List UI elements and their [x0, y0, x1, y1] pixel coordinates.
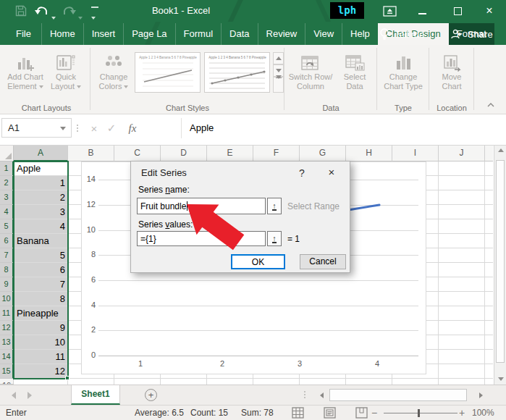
cell-a8[interactable]: 6	[14, 263, 68, 277]
cell-a6[interactable]: Banana	[14, 234, 68, 248]
row-header-1[interactable]: 1	[0, 161, 14, 176]
ribbon-display-options-icon[interactable]	[382, 4, 397, 17]
ok-button[interactable]: OK	[231, 254, 285, 269]
tab-tell-me[interactable]: Tell me	[379, 23, 424, 45]
row-header-10[interactable]: 10	[0, 292, 14, 306]
row-header-16[interactable]: 16	[0, 379, 14, 385]
gallery-up-icon[interactable]	[273, 52, 284, 64]
sheet-nav-next-icon[interactable]	[28, 392, 32, 399]
maximize-button[interactable]	[450, 4, 465, 17]
cancel-button[interactable]: Cancel	[300, 254, 346, 269]
column-header-b[interactable]: B	[68, 146, 114, 161]
cell-a3[interactable]: 2	[14, 190, 68, 205]
switch-row-column-button[interactable]: Switch Row/ Column	[287, 48, 334, 109]
scroll-right-icon[interactable]	[475, 390, 486, 401]
cell-a2[interactable]: 1	[14, 176, 68, 190]
column-header-d[interactable]: D	[161, 146, 207, 161]
formula-bar-resize-handle[interactable]	[77, 125, 78, 132]
row-header-12[interactable]: 12	[0, 321, 14, 335]
share-button[interactable]: Share	[450, 23, 493, 45]
row-header-11[interactable]: 11	[0, 306, 14, 321]
sheet-tab-sheet1[interactable]: Sheet1	[71, 385, 120, 405]
change-colors-button[interactable]: Change Colors	[94, 48, 133, 109]
chart-style-thumbnail-1[interactable]: Apple 1 2 3 4 Banana 5 6 7 8 Pineapple	[135, 52, 201, 93]
chart-style-thumbnail-2[interactable]: Apple 1 2 3 4 Banana 5 6 7 8 Pineapple	[204, 52, 270, 93]
confirm-entry-icon[interactable]: ✓	[104, 120, 119, 136]
row-header-7[interactable]: 7	[0, 248, 14, 263]
column-header-h[interactable]: H	[346, 146, 392, 161]
zoom-slider-track[interactable]	[384, 413, 457, 413]
row-header-15[interactable]: 15	[0, 364, 14, 379]
customize-quick-access-toolbar-icon[interactable]	[91, 7, 98, 22]
zoom-in-icon[interactable]: +	[459, 407, 465, 419]
cell-a4[interactable]: 3	[14, 205, 68, 219]
vertical-scrollbar[interactable]	[494, 146, 506, 389]
tab-formul[interactable]: Formul	[175, 23, 221, 45]
series-values-input[interactable]: ={1}	[137, 231, 266, 246]
tab-view[interactable]: View	[305, 23, 342, 45]
row-header-8[interactable]: 8	[0, 263, 14, 277]
tab-home[interactable]: Home	[41, 23, 83, 45]
cell-a12[interactable]: 9	[14, 321, 68, 335]
tab-insert[interactable]: Insert	[83, 23, 124, 45]
change-chart-type-button[interactable]: Change Chart Type	[379, 48, 427, 109]
zoom-level[interactable]: 100%	[472, 408, 494, 418]
formula-bar-value[interactable]: Apple	[190, 122, 214, 133]
new-sheet-button[interactable]: +	[145, 389, 157, 401]
scroll-down-icon[interactable]	[497, 377, 505, 381]
add-chart-element-button[interactable]: Add Chart Element	[6, 48, 45, 109]
close-button[interactable]: ×	[482, 4, 497, 17]
quick-layout-button[interactable]: Quick Layout	[46, 48, 85, 109]
undo-button[interactable]	[35, 5, 49, 17]
page-layout-view-icon[interactable]	[324, 407, 336, 419]
zoom-slider-thumb[interactable]	[418, 409, 420, 417]
zoom-out-icon[interactable]: −	[371, 407, 377, 419]
column-header-j[interactable]: J	[439, 146, 485, 161]
dialog-close-button[interactable]: ×	[318, 164, 345, 181]
gallery-down-icon[interactable]	[273, 64, 284, 77]
minimize-button[interactable]	[415, 4, 429, 17]
redo-dropdown-icon[interactable]	[78, 9, 83, 22]
status-average[interactable]: Average: 6.5	[135, 408, 184, 418]
column-header-f[interactable]: F	[253, 146, 300, 161]
page-break-view-icon[interactable]	[355, 407, 368, 419]
collapse-ribbon-icon[interactable]	[486, 101, 495, 109]
horizontal-scrollbar-thumb[interactable]	[329, 389, 467, 401]
series-name-input[interactable]: Fruit bundle	[137, 198, 266, 214]
row-header-14[interactable]: 14	[0, 350, 14, 364]
cancel-entry-icon[interactable]: ×	[86, 120, 102, 136]
scroll-left-icon[interactable]	[316, 390, 327, 401]
status-sum[interactable]: Sum: 78	[241, 408, 274, 418]
series-values-collapse-dialog-button[interactable]: ↑	[267, 231, 282, 246]
cell-a14[interactable]: 11	[14, 350, 68, 364]
row-header-2[interactable]: 2	[0, 176, 14, 190]
column-header-c[interactable]: C	[114, 146, 161, 161]
sheet-nav-previous-icon[interactable]	[12, 392, 16, 399]
row-header-5[interactable]: 5	[0, 219, 14, 234]
move-chart-button[interactable]: Move Chart	[431, 48, 472, 109]
dialog-help-button[interactable]: ?	[293, 165, 311, 181]
undo-dropdown-icon[interactable]	[51, 9, 56, 22]
tab-review[interactable]: Review	[258, 23, 305, 45]
cell-a13[interactable]: 10	[14, 335, 68, 350]
column-header-a[interactable]: A	[14, 146, 68, 161]
cell-a9[interactable]: 7	[14, 277, 68, 292]
name-box[interactable]: A1	[1, 118, 72, 138]
series-name-collapse-dialog-button[interactable]: ↑	[267, 198, 282, 214]
fill-handle[interactable]	[65, 376, 69, 380]
save-icon[interactable]	[14, 4, 28, 17]
cell-a7[interactable]: 5	[14, 248, 68, 263]
row-header-13[interactable]: 13	[0, 335, 14, 350]
cell-a11[interactable]: Pineapple	[14, 306, 68, 321]
vertical-scrollbar-thumb[interactable]	[496, 160, 505, 363]
column-header-g[interactable]: G	[300, 146, 346, 161]
tab-data[interactable]: Data	[221, 23, 257, 45]
row-header-9[interactable]: 9	[0, 277, 14, 292]
select-data-button[interactable]: Select Data	[336, 48, 374, 109]
tab-help[interactable]: Help	[342, 23, 378, 45]
scroll-up-icon[interactable]	[497, 148, 505, 152]
row-header-4[interactable]: 4	[0, 205, 14, 219]
cell-a5[interactable]: 4	[14, 219, 68, 234]
column-header-i[interactable]: I	[392, 146, 439, 161]
select-all-corner[interactable]	[0, 146, 14, 161]
